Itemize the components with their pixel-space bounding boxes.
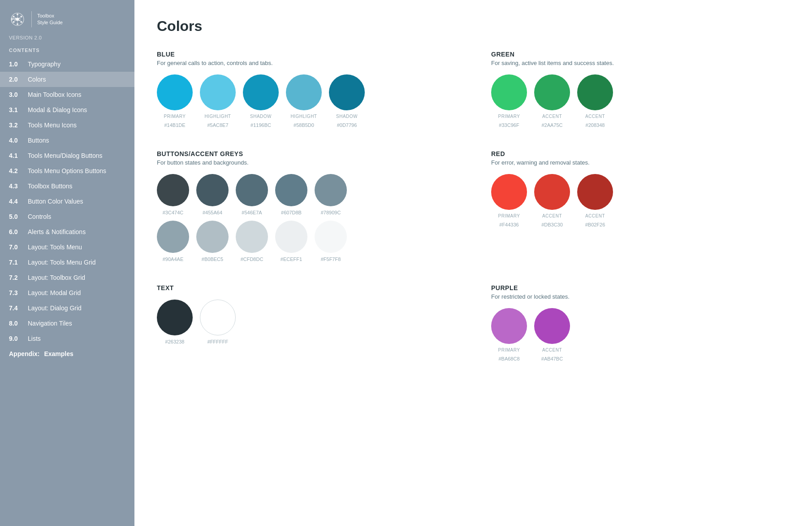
nav-num: 8.0 — [9, 320, 23, 327]
swatch-hex: #ECEFF1 — [281, 256, 302, 262]
color-swatch: PRIMARY#BA68C8 — [491, 308, 527, 361]
nav-num: 7.4 — [9, 304, 23, 312]
swatch-hex: #33C96F — [499, 122, 519, 128]
nav-num: 4.1 — [9, 152, 23, 159]
nav-label: Navigation Tiles — [28, 320, 72, 327]
nav-item-2-0[interactable]: 2.0Colors — [0, 72, 134, 87]
color-swatch: ACCENT#B02F26 — [577, 174, 613, 227]
nav-item-4-1[interactable]: 4.1Tools Menu/Dialog Buttons — [0, 148, 134, 163]
swatch-label: SHADOW — [250, 114, 272, 119]
version-label: VERSION 2.0 — [0, 35, 134, 48]
color-circle — [157, 174, 189, 206]
color-swatch: PRIMARY#33C96F — [491, 74, 527, 128]
nav-item-7-3[interactable]: 7.3Layout: Modal Grid — [0, 285, 134, 300]
nav-item-7-0[interactable]: 7.0Layout: Tools Menu — [0, 239, 134, 255]
nav-item-4-0[interactable]: 4.0Buttons — [0, 133, 134, 148]
nav-label: Layout: Dialog Grid — [28, 304, 82, 312]
color-circle — [200, 300, 236, 335]
color-circle — [534, 74, 570, 110]
swatch-hex: #2AA75C — [541, 122, 562, 128]
nav-item-7-4[interactable]: 7.4Layout: Dialog Grid — [0, 300, 134, 316]
color-swatch: ACCENT#208348 — [577, 74, 613, 128]
nav-label: Buttons — [28, 137, 49, 144]
blue-title: BLUE — [157, 51, 455, 58]
nav-label: Layout: Tools Menu — [28, 243, 82, 251]
nav-num: 3.2 — [9, 122, 23, 129]
color-swatch: #455A64 — [196, 174, 229, 215]
nav-item-4-2[interactable]: 4.2Tools Menu Options Buttons — [0, 163, 134, 178]
color-swatch: PRIMARY#F44336 — [491, 174, 527, 227]
nav-item-5-0[interactable]: 5.0Controls — [0, 209, 134, 224]
color-circle — [577, 174, 613, 210]
swatch-label: HIGHLIGHT — [291, 114, 317, 119]
swatch-label: SHADOW — [336, 114, 358, 119]
color-swatch: HIGHLIGHT#5AC8E7 — [200, 74, 236, 128]
color-circle — [200, 74, 236, 110]
blue-desc: For general calls to action, controls an… — [157, 60, 455, 66]
red-desc: For error, warning and removal states. — [491, 159, 790, 166]
nav-label: Tools Menu Icons — [28, 122, 77, 129]
swatch-hex: #DB3C30 — [541, 222, 563, 227]
color-circle — [196, 174, 229, 206]
nav-item-4-4[interactable]: 4.4Button Color Values — [0, 194, 134, 209]
nav-num: 7.0 — [9, 243, 23, 251]
nav-item-7-2[interactable]: 7.2Layout: Toolbox Grid — [0, 270, 134, 285]
nav-num: 2.0 — [9, 76, 23, 83]
swatch-hex: #14B1DE — [164, 122, 185, 128]
color-circle — [491, 174, 527, 210]
nav-item-8-0[interactable]: 8.0Navigation Tiles — [0, 316, 134, 331]
nav-item-3-1[interactable]: 3.1Modal & Dialog Icons — [0, 102, 134, 117]
color-swatch: #ECEFF1 — [275, 221, 307, 262]
color-circle — [534, 174, 570, 210]
nav-num: 4.3 — [9, 183, 23, 190]
nav-label: Main Toolbox Icons — [28, 91, 82, 98]
purple-swatches: PRIMARY#BA68C8ACCENT#AB47BC — [491, 308, 790, 361]
nav-item-appendix-[interactable]: Appendix:Examples — [0, 346, 134, 361]
color-circle — [196, 221, 229, 253]
color-circle — [315, 221, 347, 253]
nav-item-6-0[interactable]: 6.0Alerts & Notifications — [0, 224, 134, 239]
nav-num: 7.2 — [9, 274, 23, 281]
nav-label: Tools Menu Options Buttons — [28, 167, 106, 174]
nav-item-7-1[interactable]: 7.1Layout: Tools Menu Grid — [0, 255, 134, 270]
green-swatches: PRIMARY#33C96FACCENT#2AA75CACCENT#208348 — [491, 74, 790, 128]
nav-item-1-0[interactable]: 1.0Typography — [0, 57, 134, 72]
color-circle — [243, 74, 279, 110]
swatch-label: PRIMARY — [498, 213, 520, 218]
nav-num: 1.0 — [9, 61, 23, 68]
swatch-label: PRIMARY — [164, 114, 186, 119]
green-desc: For saving, active list items and succes… — [491, 60, 790, 66]
nav-num: Appendix: — [9, 350, 39, 357]
color-swatch: #CFD8DC — [236, 221, 268, 262]
color-circle — [157, 221, 189, 253]
color-swatch: ACCENT#2AA75C — [534, 74, 570, 128]
color-swatch: #FFFFFF — [200, 300, 236, 344]
color-swatch: #3C474C — [157, 174, 189, 215]
nav-label: Layout: Modal Grid — [28, 289, 81, 296]
nav-item-4-3[interactable]: 4.3Toolbox Buttons — [0, 178, 134, 194]
nav-num: 7.1 — [9, 259, 23, 266]
red-section: RED For error, warning and removal state… — [491, 150, 790, 262]
red-title: RED — [491, 150, 790, 157]
swatch-hex: #CFD8DC — [241, 256, 263, 262]
swatch-hex: #BA68C8 — [498, 356, 519, 361]
nav-num: 4.2 — [9, 167, 23, 174]
swatch-hex: #B02F26 — [585, 222, 605, 227]
swatch-hex: #3C474C — [163, 210, 183, 215]
color-circle — [329, 74, 365, 110]
color-circle — [534, 308, 570, 344]
color-swatch: #F5F7F8 — [315, 221, 347, 262]
svg-text:PRC: PRC — [11, 17, 21, 22]
grey-swatches-row1: #3C474C#455A64#546E7A#607D8B#78909C — [157, 174, 455, 215]
nav-item-3-0[interactable]: 3.0Main Toolbox Icons — [0, 87, 134, 102]
sidebar: PRC ToolboxStyle Guide VERSION 2.0 CONTE… — [0, 0, 134, 526]
color-grid: BLUE For general calls to action, contro… — [157, 51, 790, 361]
color-circle — [491, 308, 527, 344]
swatch-hex: #58B5D0 — [294, 122, 314, 128]
nav-item-3-2[interactable]: 3.2Tools Menu Icons — [0, 117, 134, 133]
blue-section: BLUE For general calls to action, contro… — [157, 51, 455, 128]
nav-item-9-0[interactable]: 9.0Lists — [0, 331, 134, 346]
page-title: Colors — [157, 18, 790, 35]
swatch-label: PRIMARY — [498, 348, 520, 352]
swatch-label: ACCENT — [585, 114, 605, 119]
